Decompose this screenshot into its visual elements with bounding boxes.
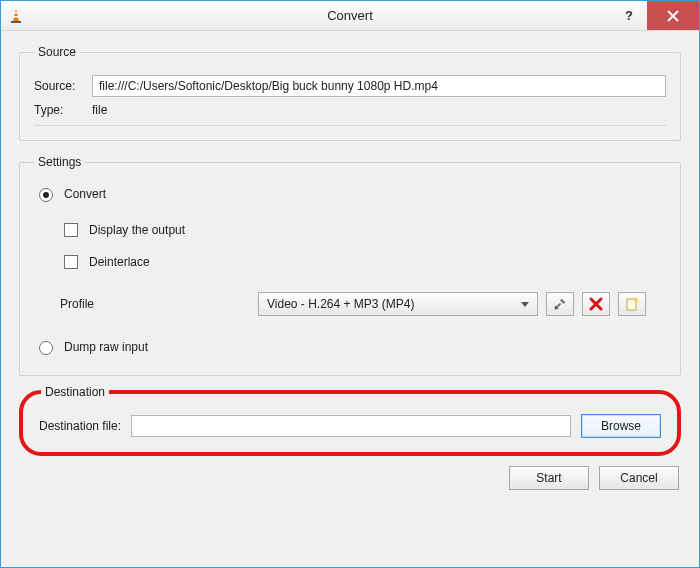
svg-rect-2: [13, 16, 19, 18]
help-button[interactable]: ?: [611, 1, 647, 30]
deinterlace-checkbox[interactable]: [64, 255, 78, 269]
source-divider: [34, 125, 666, 126]
cancel-button[interactable]: Cancel: [599, 466, 679, 490]
profile-select[interactable]: Video - H.264 + MP3 (MP4): [258, 292, 538, 316]
profile-label: Profile: [60, 297, 250, 311]
svg-rect-1: [14, 12, 18, 14]
delete-x-icon: [589, 297, 603, 311]
profile-row: Profile Video - H.264 + MP3 (MP4): [60, 292, 666, 316]
destination-file-label: Destination file:: [39, 419, 121, 433]
titlebar: Convert ?: [1, 1, 699, 31]
svg-rect-3: [11, 21, 21, 23]
dump-raw-label: Dump raw input: [64, 340, 148, 354]
dump-raw-radio-row[interactable]: Dump raw input: [34, 338, 666, 355]
deinterlace-row[interactable]: Deinterlace: [60, 252, 666, 272]
settings-legend: Settings: [34, 155, 85, 169]
display-output-checkbox[interactable]: [64, 223, 78, 237]
profile-selected-value: Video - H.264 + MP3 (MP4): [267, 297, 415, 311]
deinterlace-label: Deinterlace: [89, 255, 150, 269]
dialog-content: Source Source: Type: file Settings Conve…: [1, 31, 699, 567]
source-group: Source Source: Type: file: [19, 45, 681, 141]
dump-raw-radio[interactable]: [39, 341, 53, 355]
source-input[interactable]: [92, 75, 666, 97]
new-document-icon: [625, 297, 639, 311]
dialog-footer: Start Cancel: [19, 466, 681, 490]
edit-profile-button[interactable]: [546, 292, 574, 316]
window-buttons: ?: [611, 1, 699, 30]
display-output-row[interactable]: Display the output: [60, 220, 666, 240]
destination-legend: Destination: [41, 385, 109, 399]
source-row: Source:: [34, 75, 666, 97]
type-row: Type: file: [34, 103, 666, 117]
display-output-label: Display the output: [89, 223, 185, 237]
source-label: Source:: [34, 79, 92, 93]
convert-radio-row[interactable]: Convert: [34, 185, 666, 202]
svg-marker-0: [13, 9, 19, 21]
type-label: Type:: [34, 103, 92, 117]
type-value: file: [92, 103, 666, 117]
vlc-cone-icon: [7, 7, 25, 25]
browse-button[interactable]: Browse: [581, 414, 661, 438]
delete-profile-button[interactable]: [582, 292, 610, 316]
destination-row: Destination file: Browse: [39, 414, 661, 438]
wrench-icon: [553, 297, 567, 311]
convert-radio[interactable]: [39, 188, 53, 202]
start-button[interactable]: Start: [509, 466, 589, 490]
window-title: Convert: [1, 8, 699, 23]
new-profile-button[interactable]: [618, 292, 646, 316]
close-button[interactable]: [647, 1, 699, 30]
destination-file-input[interactable]: [131, 415, 571, 437]
destination-group: Destination Destination file: Browse: [19, 390, 681, 456]
svg-point-5: [634, 298, 638, 302]
settings-group: Settings Convert Display the output Dein…: [19, 155, 681, 376]
source-legend: Source: [34, 45, 80, 59]
convert-radio-label: Convert: [64, 187, 106, 201]
